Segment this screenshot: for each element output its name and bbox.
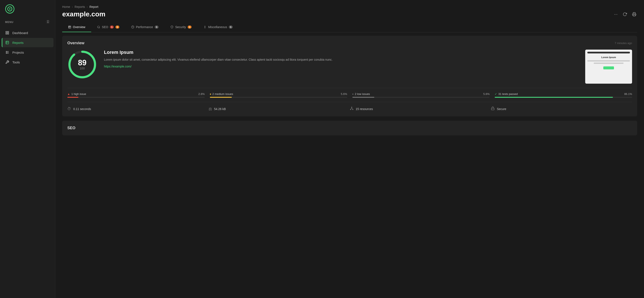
preview-header-bar — [587, 52, 630, 53]
menu-header: MENU — [0, 18, 55, 28]
overview-tab-icon — [68, 25, 71, 28]
sidebar-item-label: Projects — [12, 51, 24, 54]
seo-badge-2: 1 — [116, 25, 119, 28]
reports-icon — [5, 40, 9, 45]
page-header: example.com ··· — [62, 10, 637, 18]
svg-point-12 — [6, 51, 7, 52]
stat-high-issues: ▲ 1 high issue 2.8% — [67, 92, 205, 98]
high-issue-text: 1 high issue — [71, 92, 86, 96]
svg-point-19 — [98, 26, 100, 28]
low-issue-track — [352, 97, 490, 98]
high-issue-icon: ▲ — [67, 92, 70, 96]
breadcrumb-reports[interactable]: Reports — [74, 5, 85, 8]
breadcrumb-home[interactable]: Home — [62, 5, 70, 8]
svg-rect-5 — [6, 31, 7, 32]
high-issue-percent: 2.8% — [198, 92, 205, 96]
tab-security-label: Security — [175, 25, 186, 29]
medium-issue-bar — [210, 97, 232, 98]
menu-settings-icon[interactable] — [46, 19, 50, 25]
tabs: Overview SEO 1 1 Performance 1 Security … — [62, 22, 637, 32]
svg-point-13 — [6, 52, 7, 52]
tab-performance-label: Performance — [136, 25, 153, 29]
refresh-icon — [623, 12, 627, 16]
tab-seo[interactable]: SEO 1 1 — [91, 22, 125, 32]
metric-time: ⏱ 0.11 seconds — [67, 106, 208, 111]
metric-resources: 15 resources — [350, 106, 491, 111]
score-total: 100 — [78, 67, 86, 70]
performance-badge: 1 — [155, 25, 158, 28]
logo-area — [0, 0, 55, 18]
sidebar-item-label: Tools — [12, 60, 20, 64]
tests-passed-bar — [495, 97, 613, 98]
security-tab-icon — [170, 25, 174, 28]
high-issue-bar — [67, 97, 78, 98]
svg-point-30 — [351, 107, 352, 107]
seo-section: SEO — [62, 121, 637, 135]
svg-point-3 — [48, 21, 48, 21]
score-circle: 89 100 — [67, 50, 97, 79]
low-issue-icon: ● — [352, 93, 354, 95]
sidebar-item-tools[interactable]: Tools — [2, 57, 54, 67]
site-info: Lorem Ipsum Lorem ipsum dolor sit amet, … — [104, 50, 578, 68]
print-button[interactable] — [631, 11, 637, 17]
stat-medium-issues: ■ 2 medium issues 5.6% — [210, 92, 347, 98]
stat-label-high: ▲ 1 high issue — [67, 92, 86, 96]
svg-point-32 — [352, 109, 353, 110]
tests-passed-percent: 86.1% — [624, 92, 632, 96]
metric-security-value: Secure — [497, 107, 506, 111]
app-logo-icon — [5, 4, 14, 14]
dashboard-icon — [5, 31, 9, 35]
site-url[interactable]: https://example.com/ — [104, 65, 132, 68]
security-badge: 1 — [188, 25, 192, 28]
medium-issue-track — [210, 97, 347, 98]
tests-passed-icon: ✓ — [495, 92, 497, 96]
overview-title: Overview — [67, 41, 84, 45]
size-icon: ⚖ — [208, 107, 212, 111]
main-nav: Dashboard Reports — [0, 28, 55, 67]
stat-label-passed: ✓ 31 tests passed — [495, 92, 518, 96]
svg-rect-15 — [633, 14, 635, 16]
medium-issue-percent: 5.6% — [341, 92, 347, 96]
metric-time-value: 0.11 seconds — [73, 107, 91, 111]
high-issue-track — [67, 97, 205, 98]
preview-site-name: Lorem Ipsum — [587, 56, 630, 58]
sidebar-item-dashboard[interactable]: Dashboard — [2, 28, 54, 37]
sidebar-item-reports[interactable]: Reports — [2, 38, 54, 47]
medium-issue-icon: ■ — [210, 93, 211, 95]
sidebar-item-projects[interactable]: Projects — [2, 48, 54, 57]
projects-icon — [5, 50, 9, 54]
stat-low-issues: ● 2 low issues 5.6% — [352, 92, 490, 98]
tab-miscellaneous[interactable]: Miscellaneous 1 — [198, 22, 238, 32]
stat-header-passed: ✓ 31 tests passed 86.1% — [495, 92, 632, 96]
tests-passed-text: 31 tests passed — [498, 92, 518, 96]
tab-performance[interactable]: Performance 1 — [125, 22, 164, 32]
seo-badge-1: 1 — [110, 25, 114, 28]
svg-rect-7 — [6, 33, 7, 34]
preview-button-wrap — [587, 66, 630, 69]
tests-passed-track — [495, 97, 632, 98]
preview-content-lines — [587, 60, 630, 64]
refresh-button[interactable] — [622, 11, 628, 17]
stat-header-low: ● 2 low issues 5.6% — [352, 92, 490, 96]
svg-point-31 — [350, 109, 351, 110]
breadcrumb: Home › Reports › Report — [62, 5, 637, 8]
overview-header: Overview 7 minutes ago — [67, 41, 632, 45]
more-options-button[interactable]: ··· — [613, 11, 618, 17]
more-options-icon: ··· — [614, 12, 618, 16]
metric-size-value: 54.26 kB — [214, 107, 226, 111]
stat-header-medium: ■ 2 medium issues 5.6% — [210, 92, 347, 96]
tab-overview[interactable]: Overview — [62, 22, 91, 32]
stat-header-high: ▲ 1 high issue 2.8% — [67, 92, 205, 96]
low-issue-percent: 5.6% — [483, 92, 490, 96]
tab-overview-label: Overview — [73, 25, 85, 29]
tab-security[interactable]: Security 1 — [164, 22, 198, 32]
breadcrumb-sep-2: › — [87, 5, 88, 8]
metric-size: ⚖ 54.26 kB — [208, 106, 350, 111]
tab-miscellaneous-label: Miscellaneous — [208, 25, 227, 29]
svg-point-4 — [48, 22, 48, 23]
header-actions: ··· — [613, 11, 637, 17]
tools-icon — [5, 60, 9, 64]
metric-security: Secure — [491, 106, 632, 111]
stat-tests-passed: ✓ 31 tests passed 86.1% — [495, 92, 632, 98]
print-icon — [632, 12, 636, 16]
